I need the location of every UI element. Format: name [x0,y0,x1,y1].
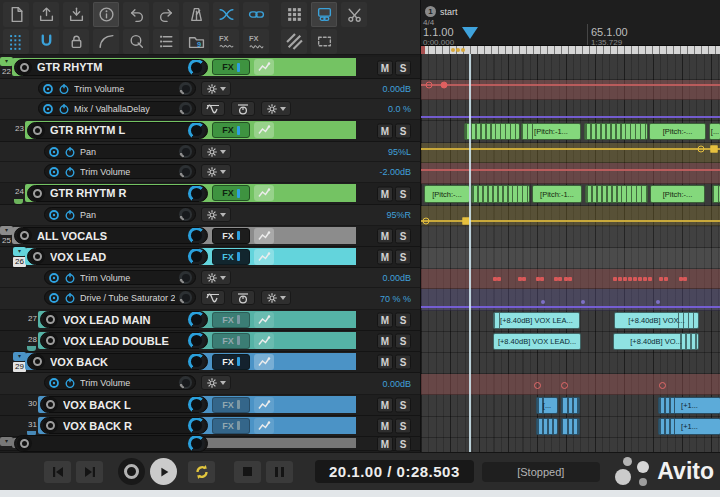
track-name-pill[interactable] [14,435,208,452]
repeat-button[interactable] [188,461,215,483]
media-explorer-icon[interactable]: 9 [183,29,209,54]
record-arm-button[interactable] [43,312,58,327]
envelope-point[interactable] [441,82,448,89]
envelope-knob[interactable] [179,165,192,178]
volume-knob[interactable] [188,59,205,76]
arrange-body[interactable]: [Pitch:-1...[Pitch:-...[...[Pitch:-...[P… [421,54,720,452]
envelope-point[interactable] [423,218,430,225]
go-to-start-button[interactable] [44,461,71,483]
envelope-active-icon[interactable] [42,83,54,95]
record-button[interactable] [118,458,145,485]
envelope-name-pill[interactable]: Drive / Tube Saturator 2 [44,290,196,305]
mute-button[interactable]: M [377,123,393,138]
tick-strip[interactable] [421,46,720,54]
hatch-icon[interactable] [281,29,307,54]
media-item[interactable]: [+1... [658,397,720,414]
track-name-pill[interactable]: VOX BACK R [40,417,208,434]
mute-button[interactable]: M [377,334,393,349]
envelope-point[interactable] [426,82,433,89]
fx-button[interactable]: FX [212,418,250,434]
solo-button[interactable]: S [395,60,411,75]
open-project-icon[interactable] [33,2,59,27]
envelope-knob[interactable] [179,376,192,389]
envelope-settings-button[interactable] [201,375,231,390]
fx-button[interactable]: FX [212,354,250,370]
track-envelope-button[interactable] [254,185,274,201]
envelope-knob[interactable] [179,145,192,158]
media-item[interactable] [561,397,580,414]
envelope-power-icon[interactable] [58,103,70,115]
media-item[interactable] [585,185,648,203]
track-envelope-button[interactable] [254,397,274,413]
track-name-pill[interactable]: GTR RHYTM L [27,122,208,139]
fade-curve-icon[interactable] [93,29,119,54]
envelope-active-icon[interactable] [48,146,60,158]
project-marker[interactable]: 1 start [425,6,458,17]
solo-button[interactable]: S [395,229,411,244]
envelope-name-pill[interactable]: Trim Volume [44,270,196,285]
envelope-point[interactable] [711,146,718,153]
fx-button[interactable]: FX [212,59,250,75]
track-envelope-button[interactable] [254,249,274,265]
item-group-icon[interactable] [311,2,337,27]
solo-button[interactable]: S [395,334,411,349]
solo-button[interactable]: S [395,250,411,265]
track-envelope-button[interactable] [254,418,274,434]
media-item[interactable] [561,418,580,435]
fx-button[interactable]: FX [212,122,250,138]
scissors-icon[interactable] [341,2,367,27]
transport-time-display[interactable]: 20.1.00 / 0:28.503 [315,460,474,483]
mute-button[interactable]: M [377,250,393,265]
track-name-pill[interactable]: ALL VOCALS [14,227,208,244]
timeline-ruler[interactable]: 1 start 4/4 1.1.00 0:00.000 65.1.00 1:35… [421,0,720,46]
stop-button[interactable] [234,461,261,483]
track-envelope-button[interactable] [254,228,274,244]
solo-button[interactable]: S [395,436,411,451]
grid-icon[interactable] [3,29,29,54]
solo-button[interactable]: S [395,313,411,328]
mute-button[interactable]: M [377,398,393,413]
solo-button[interactable]: S [395,355,411,370]
media-item[interactable]: [Pitch:-... [424,185,470,203]
track-name-pill[interactable]: GTR RHYTM [14,59,208,76]
envelope-byp-button[interactable] [231,290,255,305]
record-arm-button[interactable] [30,186,45,201]
record-arm-button[interactable] [30,249,45,264]
track-name-pill[interactable]: VOX LEAD MAIN [40,311,208,328]
envelope-list-icon[interactable] [153,29,179,54]
record-arm-button[interactable] [17,436,32,451]
record-arm-button[interactable] [43,418,58,433]
redo-icon[interactable] [153,2,179,27]
envelope-power-icon[interactable] [64,292,76,304]
solo-button[interactable]: S [395,186,411,201]
record-arm-button[interactable] [30,123,45,138]
mute-button[interactable]: M [377,436,393,451]
edit-cursor-handle[interactable] [462,27,478,39]
metronome-icon[interactable] [183,2,209,27]
envelope-name-pill[interactable]: Trim Volume [44,375,196,390]
volume-knob[interactable] [188,396,205,413]
volume-knob[interactable] [188,332,205,349]
volume-knob[interactable] [188,435,205,452]
save-project-icon[interactable] [63,2,89,27]
media-item[interactable]: [... [709,123,720,140]
envelope-settings-button[interactable] [201,207,231,222]
media-item[interactable] [584,123,648,140]
envelope-settings-button[interactable] [261,290,291,305]
media-item[interactable]: [+8.40dB] VOX LEA... [493,312,580,329]
track-name-pill[interactable]: VOX BACK L [40,396,208,413]
track-envelope-button[interactable] [254,354,274,370]
track-name-pill[interactable]: GTR RHYTM R [27,185,208,202]
volume-knob[interactable] [188,417,205,434]
new-project-icon[interactable] [3,2,29,27]
media-item[interactable] [464,123,520,140]
envelope-knob[interactable] [179,102,192,115]
envelope-active-icon[interactable] [48,377,60,389]
envelope-power-icon[interactable] [64,166,76,178]
media-item[interactable]: [+8.40dB] VO... [613,333,699,350]
track-envelope-button[interactable] [254,312,274,328]
record-arm-button[interactable] [17,228,32,243]
record-arm-button[interactable] [43,333,58,348]
record-arm-button[interactable] [30,354,45,369]
volume-knob[interactable] [188,353,205,370]
